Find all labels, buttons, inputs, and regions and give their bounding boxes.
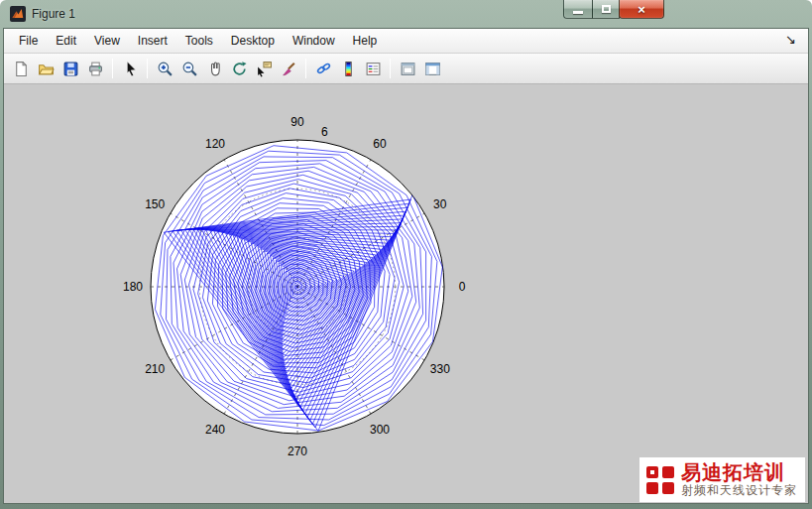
menu-window[interactable]: Window <box>284 30 344 52</box>
polar-plot: 03060901201501802102402703003306 <box>4 84 808 503</box>
link-plot-button[interactable] <box>311 57 335 80</box>
svg-text:60: 60 <box>373 137 387 151</box>
zoom-out-icon <box>181 61 198 77</box>
watermark: 易迪拓培训 射频和天线设计专家 <box>639 457 805 502</box>
hide-plot-tools-icon <box>400 61 416 77</box>
figure-window: Figure 1 × File Edit View Insert Tools D… <box>0 0 812 509</box>
menu-help[interactable]: Help <box>344 30 387 52</box>
watermark-logo-icon <box>645 465 675 495</box>
open-file-button[interactable] <box>34 57 58 80</box>
toolbar-separator <box>390 59 391 78</box>
save-icon <box>62 61 79 77</box>
brush-button[interactable] <box>277 57 300 80</box>
svg-text:30: 30 <box>433 197 447 211</box>
minimize-button[interactable] <box>563 0 593 19</box>
close-button[interactable]: × <box>619 0 664 19</box>
toolbar-separator <box>147 59 148 78</box>
maximize-icon <box>602 5 611 13</box>
pan-button[interactable] <box>202 57 226 80</box>
zoom-in-icon <box>157 61 174 77</box>
figure-client-area: File Edit View Insert Tools Desktop Wind… <box>3 28 809 504</box>
svg-text:330: 330 <box>430 362 450 376</box>
watermark-text: 易迪拓培训 射频和天线设计专家 <box>681 461 797 498</box>
pan-hand-icon <box>206 61 223 77</box>
svg-text:0: 0 <box>459 280 466 294</box>
menu-tools[interactable]: Tools <box>176 30 222 52</box>
svg-text:240: 240 <box>205 423 225 437</box>
new-file-button[interactable] <box>9 57 33 80</box>
menu-desktop[interactable]: Desktop <box>222 30 284 52</box>
maximize-button[interactable] <box>592 0 620 19</box>
figure-canvas[interactable]: 03060901201501802102402703003306 易迪拓培训 射… <box>4 84 808 503</box>
show-plot-tools-dock-button[interactable] <box>420 57 444 80</box>
data-cursor-icon <box>256 61 273 77</box>
zoom-in-button[interactable] <box>153 57 176 80</box>
titlebar[interactable]: Figure 1 × <box>3 0 809 28</box>
svg-text:210: 210 <box>145 362 165 376</box>
data-cursor-button[interactable] <box>252 57 276 80</box>
svg-text:90: 90 <box>290 115 304 129</box>
new-file-icon <box>13 61 30 77</box>
insert-colorbar-button[interactable] <box>336 57 360 80</box>
rotate-3d-icon <box>231 61 248 77</box>
dock-figure-arrow[interactable]: ↘ <box>785 32 796 47</box>
svg-text:120: 120 <box>205 137 225 151</box>
minimize-icon <box>573 11 583 14</box>
toolbar-separator <box>305 59 306 78</box>
svg-text:180: 180 <box>123 280 143 294</box>
rotate-3d-button[interactable] <box>227 57 251 80</box>
window-controls: × <box>564 0 664 19</box>
watermark-title: 易迪拓培训 <box>681 461 797 484</box>
matlab-app-icon <box>10 6 26 22</box>
show-plot-tools-dock-icon <box>424 61 441 77</box>
insert-legend-icon <box>365 61 382 77</box>
save-button[interactable] <box>58 57 82 80</box>
close-icon: × <box>638 3 645 16</box>
print-icon <box>87 61 104 77</box>
menu-view[interactable]: View <box>85 30 129 52</box>
menu-file[interactable]: File <box>10 30 47 52</box>
brush-icon <box>281 61 297 77</box>
hide-plot-tools-button[interactable] <box>396 57 419 80</box>
svg-text:150: 150 <box>145 197 165 211</box>
svg-text:300: 300 <box>370 423 390 437</box>
svg-text:270: 270 <box>288 445 307 458</box>
window-title: Figure 1 <box>32 7 75 21</box>
insert-legend-button[interactable] <box>361 57 385 80</box>
watermark-subtitle: 射频和天线设计专家 <box>681 484 797 498</box>
link-plot-icon <box>315 61 332 77</box>
edit-plot-button[interactable] <box>118 57 142 80</box>
print-button[interactable] <box>83 57 107 80</box>
zoom-out-button[interactable] <box>177 57 201 80</box>
menu-insert[interactable]: Insert <box>129 30 176 52</box>
insert-colorbar-icon <box>340 61 357 77</box>
svg-text:6: 6 <box>321 125 328 139</box>
toolbar-separator <box>112 59 113 78</box>
figure-toolbar <box>4 54 808 84</box>
pointer-arrow-icon <box>122 61 139 77</box>
open-folder-icon <box>38 61 55 77</box>
menu-edit[interactable]: Edit <box>47 30 85 52</box>
menubar: File Edit View Insert Tools Desktop Wind… <box>4 29 808 54</box>
